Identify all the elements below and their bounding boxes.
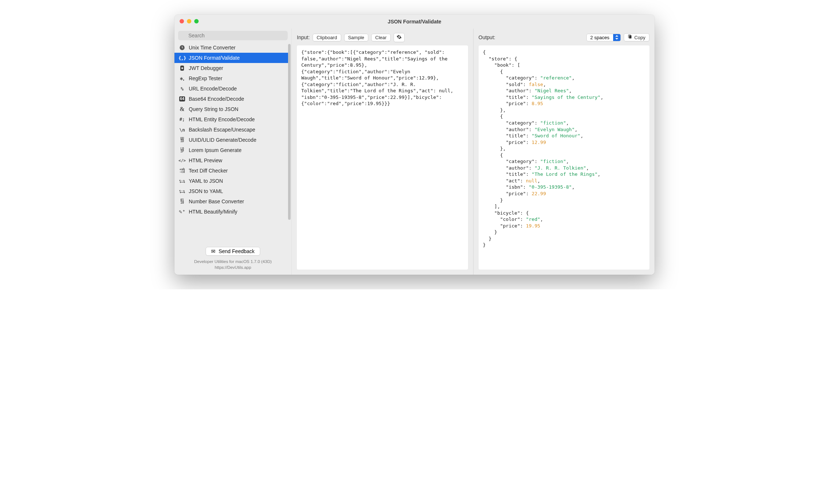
sidebar-item-json-to-yaml[interactable]: JSON to YAML (174, 186, 291, 196)
send-feedback-button[interactable]: ✉ Send Feedback (206, 247, 260, 256)
input-label: Input: (297, 34, 310, 40)
sidebar-item-label: URL Encode/Decode (189, 86, 237, 92)
clear-button[interactable]: Clear (371, 34, 391, 41)
mail-icon: ✉ (211, 248, 215, 254)
sidebar-item-number-base-converter[interactable]: 0110Number Base Converter (174, 196, 291, 207)
search-input[interactable] (178, 31, 288, 40)
output-label: Output: (479, 34, 495, 40)
sidebar-item-icon: % (179, 85, 185, 92)
sidebar-item-lorem-ipsum-generate[interactable]: LOIPLorem Ipsum Generate (174, 145, 291, 155)
sidebar-item-label: Number Base Converter (189, 199, 244, 204)
sidebar-item-icon: ⁎• (179, 75, 185, 82)
sidebar-item-label: UUID/ULID Generate/Decode (189, 137, 256, 143)
traffic-lights (180, 19, 199, 23)
sample-button[interactable]: Sample (344, 34, 368, 41)
footer-text: Developer Utilities for macOS 1.7.0 (43D… (178, 259, 288, 270)
sidebar-item-label: JWT Debugger (189, 65, 223, 71)
sidebar-item-icon: {,} (179, 55, 185, 61)
output-pane: Output: 2 spaces Copy (474, 29, 655, 275)
sidebar-item-icon (179, 178, 185, 184)
sidebar-item-icon: ✱ (179, 65, 185, 71)
sidebar-item-label: Text Diff Checker (189, 168, 228, 174)
sidebar-item-icon: #; (179, 116, 185, 123)
minimize-window-button[interactable] (187, 19, 191, 23)
sidebar-item-icon: ✎⁺ (179, 208, 185, 215)
sidebar-item-icon: LOIP (179, 147, 185, 153)
close-window-button[interactable] (180, 19, 184, 23)
sidebar-item-label: Unix Time Converter (189, 45, 236, 51)
sidebar-item-text-diff-checker[interactable]: +ab-cdText Diff Checker (174, 166, 291, 176)
settings-button[interactable] (394, 33, 405, 42)
sidebar-item-base64-encode-decode[interactable]: 64Base64 Encode/Decode (174, 94, 291, 104)
output-editor[interactable]: { "store": { "book": [ { "category": "re… (479, 45, 650, 270)
app-window: JSON Format/Validate Unix Time Converter… (174, 15, 655, 275)
sidebar-item-json-format-validate[interactable]: {,}JSON Format/Validate (174, 53, 291, 63)
sidebar-nav: Unix Time Converter{,}JSON Format/Valida… (174, 42, 291, 245)
sidebar-item-icon (179, 44, 185, 51)
sidebar-item-unix-time-converter[interactable]: Unix Time Converter (174, 42, 291, 53)
sidebar-item-label: Base64 Encode/Decode (189, 96, 244, 102)
sidebar-item-label: JSON Format/Validate (189, 55, 240, 61)
sidebar-item-html-beautify-minify[interactable]: ✎⁺HTML Beautify/Minify (174, 207, 291, 217)
maximize-window-button[interactable] (194, 19, 199, 23)
gear-icon (397, 34, 402, 41)
indent-select[interactable]: 2 spaces (586, 34, 621, 41)
sidebar-item-backslash-escape-unescape[interactable]: \nBackslash Escape/Unescape (174, 125, 291, 135)
sidebar-item-yaml-to-json[interactable]: YAML to JSON (174, 176, 291, 186)
sidebar-item-label: Backslash Escape/Unescape (189, 127, 255, 133)
sidebar-item-label: HTML Beautify/Minify (189, 209, 237, 215)
window-title: JSON Format/Validate (388, 19, 441, 25)
sidebar-item-label: HTML Preview (189, 158, 222, 163)
sidebar-item-label: HTML Entity Encode/Decode (189, 116, 255, 122)
sidebar: Unix Time Converter{,}JSON Format/Valida… (174, 29, 292, 275)
sidebar-item-uuid-ulid-generate-decode[interactable]: UUIDUUID/ULID Generate/Decode (174, 135, 291, 145)
sidebar-item-icon: 0110 (179, 198, 185, 205)
clipboard-button[interactable]: Clipboard (313, 34, 341, 41)
chevron-updown-icon (613, 34, 620, 41)
sidebar-item-icon (179, 188, 185, 194)
titlebar: JSON Format/Validate (174, 15, 655, 29)
sidebar-item-jwt-debugger[interactable]: ✱JWT Debugger (174, 63, 291, 73)
sidebar-item-html-preview[interactable]: </>HTML Preview (174, 155, 291, 166)
sidebar-item-icon: \n (179, 126, 185, 133)
sidebar-item-url-encode-decode[interactable]: %URL Encode/Decode (174, 84, 291, 94)
sidebar-item-label: YAML to JSON (189, 178, 223, 184)
sidebar-item-html-entity-encode-decode[interactable]: #;HTML Entity Encode/Decode (174, 114, 291, 125)
sidebar-item-icon: UUID (179, 137, 185, 143)
sidebar-item-icon: 64 (179, 96, 185, 102)
sidebar-item-label: RegExp Tester (189, 75, 222, 81)
sidebar-item-label: Lorem Ipsum Generate (189, 147, 242, 153)
sidebar-scrollbar[interactable] (288, 44, 291, 220)
clipboard-icon (628, 34, 632, 40)
feedback-label: Send Feedback (218, 248, 254, 254)
sidebar-item-regexp-tester[interactable]: ⁎•RegExp Tester (174, 73, 291, 84)
sidebar-item-icon: +ab-cd (179, 167, 185, 174)
input-editor[interactable]: {"store":{"book":[{"category":"reference… (297, 45, 468, 270)
sidebar-item-icon: </> (179, 157, 185, 164)
sidebar-item-icon: & (179, 106, 185, 112)
sidebar-item-label: Query String to JSON (189, 106, 238, 112)
sidebar-item-query-string-to-json[interactable]: &Query String to JSON (174, 104, 291, 114)
input-pane: Input: Clipboard Sample Clear {"store":{… (292, 29, 473, 275)
content-area: Input: Clipboard Sample Clear {"store":{… (292, 29, 655, 275)
sidebar-item-label: JSON to YAML (189, 188, 223, 194)
copy-button[interactable]: Copy (624, 33, 649, 41)
